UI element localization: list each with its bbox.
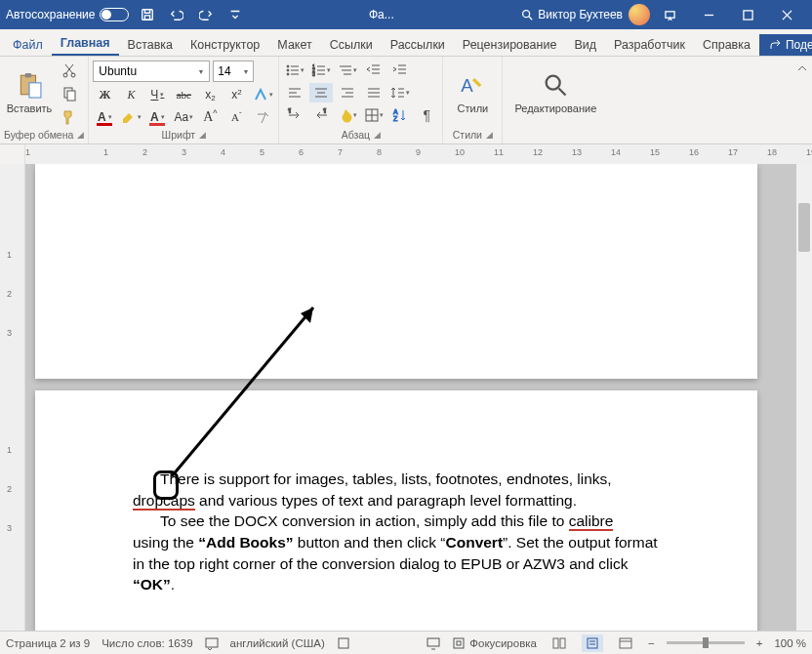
view-read-icon[interactable] [548,634,570,652]
document-area[interactable]: There is support for images, tables, lis… [25,164,812,631]
shading-button[interactable]: ▾ [336,105,359,125]
share-button[interactable]: Поделиться [759,34,812,56]
font-name-combo[interactable]: Ubuntu▼ [93,61,210,82]
collapse-ribbon-icon[interactable] [792,57,812,143]
horizontal-ruler[interactable]: 112345678910111213141516171819 [25,144,812,164]
tab-layout[interactable]: Макет [268,34,320,56]
group-clipboard: Вставить Буфер обмена◢ [0,57,89,143]
font-launcher[interactable]: ◢ [199,130,206,140]
tab-help[interactable]: Справка [694,34,759,56]
ltr-button[interactable]: ¶ [283,105,306,125]
font-color-button[interactable]: A▾ [93,107,116,127]
borders-button[interactable]: ▾ [362,105,386,125]
close-button[interactable] [767,1,806,28]
svg-rect-35 [620,638,631,648]
numbering-button[interactable]: 123▾ [309,61,333,80]
tab-mailings[interactable]: Рассылки [382,34,454,56]
autosave-toggle[interactable]: Автосохранение [6,8,129,21]
maximize-button[interactable] [728,1,767,28]
line-spacing-button[interactable]: ▾ [388,83,412,102]
save-icon[interactable] [137,4,158,25]
undo-icon[interactable] [166,4,187,25]
multilevel-button[interactable]: ▾ [336,61,359,80]
align-left-button[interactable] [283,83,306,102]
format-painter-icon[interactable] [59,107,80,127]
grow-font-button[interactable]: A^ [198,107,222,127]
doc-text: using the [133,534,198,551]
subscript-button[interactable]: x2 [198,85,222,104]
styles-launcher[interactable]: ◢ [486,130,493,140]
change-case-button[interactable]: Aa▾ [172,107,195,127]
bullets-button[interactable]: ▾ [283,61,306,80]
rtl-button[interactable]: ¶ [309,105,333,125]
qat-dropdown-icon[interactable] [224,4,246,25]
tab-home[interactable]: Главная [52,32,119,56]
tab-design[interactable]: Конструктор [182,34,268,56]
ribbon: Вставить Буфер обмена◢ Ubuntu▼ 14▼ Ж К Ч… [0,57,812,144]
bold-button[interactable]: Ж [93,85,116,104]
editing-label: Редактирование [514,102,596,114]
zoom-in-button[interactable]: + [756,637,763,649]
styles-button[interactable]: A Стили [447,59,498,125]
text-effects-button[interactable]: ▾ [251,85,274,104]
paste-button[interactable]: Вставить [4,59,55,125]
zoom-out-button[interactable]: − [648,637,655,649]
status-page[interactable]: Страница 2 из 9 [6,637,90,649]
tab-review[interactable]: Рецензирование [454,34,566,56]
svg-rect-32 [553,638,558,648]
styles-label: Стили [453,129,482,141]
zoom-slider[interactable] [667,641,745,644]
svg-point-14 [287,73,289,75]
font-size-combo[interactable]: 14▼ [213,61,254,82]
tab-insert[interactable]: Вставка [119,34,182,56]
strike-button[interactable]: abc [172,85,195,104]
increase-indent-button[interactable] [388,61,412,80]
doc-text: and various types of text and paragraph … [195,492,577,509]
vertical-scrollbar[interactable] [796,164,812,631]
copy-icon[interactable] [59,84,80,103]
status-words[interactable]: Число слов: 1639 [102,637,192,649]
status-spellcheck-icon[interactable] [205,636,219,650]
svg-point-24 [547,75,560,89]
status-language[interactable]: английский (США) [230,637,325,649]
superscript-button[interactable]: x2 [224,85,248,104]
justify-button[interactable] [362,83,386,102]
view-web-icon[interactable] [615,634,636,652]
status-focus[interactable]: Фокусировка [452,636,537,650]
vertical-ruler[interactable]: 123123 [0,164,25,631]
tab-developer[interactable]: Разработчик [605,34,694,56]
align-right-button[interactable] [336,83,359,102]
show-marks-button[interactable]: ¶ [415,105,438,125]
tab-file[interactable]: Файл [4,34,52,56]
svg-text:Z: Z [393,115,398,122]
decrease-indent-button[interactable] [362,61,386,80]
highlight-button[interactable]: ▾ [119,107,142,127]
font-color2-button[interactable]: A▾ [145,107,169,127]
view-print-icon[interactable] [582,634,603,652]
scrollbar-thumb[interactable] [798,203,810,252]
tab-references[interactable]: Ссылки [321,34,382,56]
align-center-button[interactable] [309,83,333,102]
para-launcher[interactable]: ◢ [374,130,381,140]
doc-text: dropcaps [133,492,195,511]
zoom-level[interactable]: 100 % [774,637,806,649]
underline-button[interactable]: Ч▾ [145,85,169,104]
clipboard-launcher[interactable]: ◢ [77,130,84,140]
svg-text:A: A [462,75,474,96]
status-accessibility-icon[interactable] [337,636,350,650]
search-icon[interactable] [516,4,538,25]
clear-format-button[interactable] [251,107,274,127]
group-editing: Редактирование [503,57,608,143]
redo-icon[interactable] [195,4,217,25]
doc-text: . [171,576,175,593]
editing-button[interactable]: Редактирование [507,59,604,125]
italic-button[interactable]: К [119,85,142,104]
status-display-settings-icon[interactable] [426,636,440,650]
account-button[interactable]: Виктор Бухтеев [538,4,650,25]
sort-button[interactable]: AZ [388,105,412,125]
minimize-button[interactable] [689,1,728,28]
tab-view[interactable]: Вид [565,34,605,56]
ribbon-options-icon[interactable] [650,1,689,28]
cut-icon[interactable] [59,61,80,80]
shrink-font-button[interactable]: Aˇ [224,107,248,127]
